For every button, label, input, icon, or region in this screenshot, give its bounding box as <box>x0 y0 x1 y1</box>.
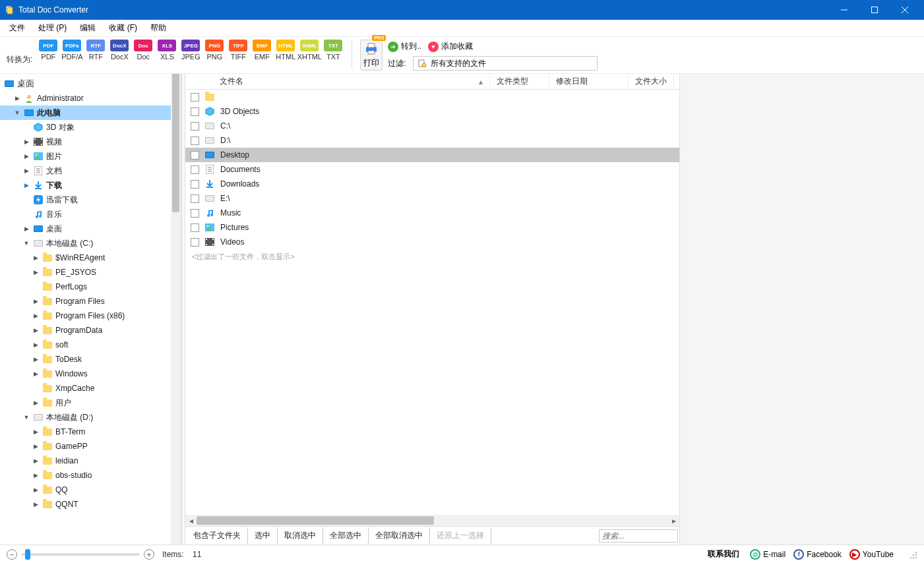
menu-favorites[interactable]: 收藏 (F) <box>102 20 144 36</box>
tree-item[interactable]: ▶PE_JSYOS <box>0 265 181 280</box>
row-checkbox[interactable] <box>191 209 199 218</box>
format-button-docx[interactable]: DocXDocX <box>109 40 130 61</box>
format-button-txt[interactable]: TXTTXT <box>323 40 344 61</box>
tree-scrollbar[interactable] <box>171 74 181 545</box>
list-item[interactable]: Downloads <box>185 177 679 191</box>
tree-item[interactable]: ▼本地磁盘 (C:) <box>0 236 181 251</box>
print-button[interactable]: PRO 打印 <box>360 40 383 71</box>
add-favorite-button[interactable]: ♥ 添加收藏 <box>428 41 473 52</box>
tree-item[interactable]: PerfLogs <box>0 280 181 294</box>
list-item[interactable]: Documents <box>185 162 679 177</box>
moveto-button[interactable]: ➔ 转到.. <box>388 41 421 52</box>
row-checkbox[interactable] <box>191 136 199 145</box>
tree-item[interactable]: ▶Windows <box>0 367 181 381</box>
list-item[interactable]: Music <box>185 206 679 220</box>
email-link[interactable]: @E-mail <box>747 548 788 561</box>
expand-arrow-icon[interactable]: ▶ <box>32 429 40 435</box>
undo-selection-button[interactable]: 还原上一选择 <box>430 527 491 544</box>
tree-item[interactable]: ▶obs-studio <box>0 468 181 483</box>
zoom-out-button[interactable]: − <box>7 549 17 560</box>
list-item[interactable]: C:\ <box>185 119 679 133</box>
row-checkbox[interactable] <box>191 107 199 116</box>
expand-arrow-icon[interactable]: ▶ <box>22 182 30 189</box>
expand-arrow-icon[interactable]: ▶ <box>32 254 40 261</box>
list-item[interactable]: Pictures <box>185 220 679 235</box>
tree-item[interactable]: ▶下载 <box>0 178 181 193</box>
format-button-pdf[interactable]: PDFPDF <box>38 40 59 61</box>
tree-item[interactable]: ▶Administrator <box>0 91 181 105</box>
tree-root-desktop[interactable]: 桌面 <box>0 76 181 91</box>
row-checkbox[interactable] <box>191 93 199 102</box>
tree-item[interactable]: ▶桌面 <box>0 222 181 236</box>
list-item[interactable]: Desktop <box>185 148 679 162</box>
tree-item[interactable]: 迅雷下载 <box>0 193 181 207</box>
tree-item[interactable]: ▶QQNT <box>0 497 181 512</box>
expand-arrow-icon[interactable]: ▼ <box>13 109 21 116</box>
column-filetype[interactable]: 文件类型 <box>490 74 549 89</box>
uncheck-button[interactable]: 取消选中 <box>278 527 323 544</box>
minimize-button[interactable] <box>829 0 859 20</box>
expand-arrow-icon[interactable]: ▶ <box>22 153 30 160</box>
tree-item[interactable]: ▶ProgramData <box>0 323 181 338</box>
format-button-doc[interactable]: DocDoc <box>133 40 154 61</box>
expand-arrow-icon[interactable]: ▶ <box>32 400 40 406</box>
format-button-emf[interactable]: EMFEMF <box>251 40 272 61</box>
checkall-button[interactable]: 全部选中 <box>323 527 369 544</box>
expand-arrow-icon[interactable]: ▶ <box>32 356 40 363</box>
tree-item[interactable]: ▶BT-Term <box>0 425 181 439</box>
column-filename[interactable]: 文件名 ▴ <box>200 74 490 89</box>
expand-arrow-icon[interactable]: ▶ <box>32 312 40 319</box>
tree-item[interactable]: ▶Program Files <box>0 294 181 309</box>
row-checkbox[interactable] <box>191 238 199 247</box>
row-checkbox[interactable] <box>191 122 199 131</box>
list-item[interactable] <box>185 90 679 104</box>
list-item[interactable]: D:\ <box>185 133 679 148</box>
format-button-xls[interactable]: XLSXLS <box>156 40 177 61</box>
expand-arrow-icon[interactable]: ▶ <box>22 138 30 145</box>
row-checkbox[interactable] <box>191 194 199 203</box>
format-button-xhtml[interactable]: XHMLXHTML <box>299 40 320 61</box>
list-item[interactable]: E:\ <box>185 191 679 206</box>
menu-file[interactable]: 文件 <box>3 20 32 36</box>
close-button[interactable] <box>890 0 920 20</box>
row-checkbox[interactable] <box>191 165 199 174</box>
column-size[interactable]: 文件大小 <box>629 74 674 89</box>
tree-item[interactable]: ▶文档 <box>0 163 181 178</box>
zoom-slider[interactable] <box>21 553 140 556</box>
format-button-pdf/a[interactable]: PDFaPDF/A <box>61 40 82 61</box>
expand-arrow-icon[interactable]: ▶ <box>32 327 40 334</box>
scroll-right-icon[interactable]: ▸ <box>668 515 679 526</box>
expand-arrow-icon[interactable]: ▶ <box>32 298 40 305</box>
menu-edit[interactable]: 编辑 <box>73 20 102 36</box>
tree-item[interactable]: ▼此电脑 <box>0 105 181 120</box>
expand-arrow-icon[interactable]: ▶ <box>32 472 40 479</box>
scrollbar-thumb[interactable] <box>172 74 179 212</box>
maximize-button[interactable] <box>859 0 890 20</box>
column-date[interactable]: 修改日期 <box>549 74 629 89</box>
expand-arrow-icon[interactable]: ▶ <box>32 269 40 276</box>
check-button[interactable]: 选中 <box>248 527 278 544</box>
expand-arrow-icon[interactable]: ▶ <box>22 167 30 174</box>
format-button-rtf[interactable]: RTFRTF <box>85 40 106 61</box>
uncheckall-button[interactable]: 全部取消选中 <box>369 527 430 544</box>
tree-item[interactable]: ▶Program Files (x86) <box>0 309 181 323</box>
expand-arrow-icon[interactable]: ▶ <box>32 458 40 464</box>
youtube-link[interactable]: ▶YouTube <box>847 548 896 561</box>
tree-item[interactable]: ▶用户 <box>0 396 181 410</box>
zoom-knob[interactable] <box>25 549 30 560</box>
tree-item[interactable]: ▶QQ <box>0 483 181 497</box>
expand-arrow-icon[interactable]: ▶ <box>13 95 21 102</box>
list-item[interactable]: Videos <box>185 235 679 249</box>
tree-item[interactable]: ▶视频 <box>0 134 181 149</box>
facebook-link[interactable]: fFacebook <box>791 548 844 561</box>
expand-arrow-icon[interactable]: ▶ <box>32 501 40 508</box>
menu-help[interactable]: 帮助 <box>144 20 173 36</box>
row-checkbox[interactable] <box>191 180 199 189</box>
tree-item[interactable]: XmpCache <box>0 381 181 396</box>
format-button-jpeg[interactable]: JPEGJPEG <box>180 40 201 61</box>
expand-arrow-icon[interactable]: ▼ <box>22 240 30 247</box>
tree-item[interactable]: ▶ToDesk <box>0 352 181 367</box>
row-checkbox[interactable] <box>191 223 199 232</box>
search-input[interactable] <box>599 529 678 543</box>
tree-item[interactable]: ▶soft <box>0 338 181 352</box>
